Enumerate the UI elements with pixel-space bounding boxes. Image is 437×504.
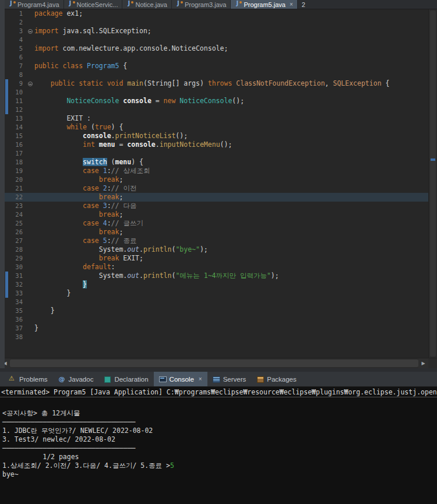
view-tab[interactable]: Problems: [3, 372, 53, 386]
code-token: 5: [103, 237, 107, 245]
hidden-editors-count[interactable]: 2: [302, 1, 305, 8]
view-tab-label: Packages: [267, 376, 297, 383]
editor-tab[interactable]: Notice.java: [122, 0, 171, 9]
editor-tabs: Program4.javaNoticeServic...Notice.javaP…: [5, 0, 298, 9]
line-number: 6: [10, 53, 26, 62]
scrollbar-thumb[interactable]: [10, 360, 418, 367]
horizontal-scrollbar[interactable]: ◀ ▶: [0, 358, 437, 368]
quick-diff-marker: [5, 333, 10, 341]
code-line: 28 System.out.println("bye~");: [5, 245, 428, 254]
quick-diff-marker: [5, 44, 10, 53]
console-line: 1/2 pages: [2, 453, 437, 461]
code-line: 26 break;: [5, 228, 428, 237]
code-token: :: [111, 263, 115, 271]
code-token: "bye~": [175, 245, 200, 253]
code-token: {: [119, 62, 127, 70]
code-text: [34, 315, 428, 324]
view-tab[interactable]: Javadoc: [53, 372, 99, 386]
code-token: [34, 184, 83, 192]
code-line: 29 break EXIT;: [5, 254, 428, 263]
view-tab[interactable]: Servers: [207, 372, 252, 386]
quick-diff-marker: [5, 263, 10, 272]
code-token: case: [83, 202, 99, 210]
fold-column: [26, 97, 34, 105]
scrollbar-corner: [428, 358, 437, 368]
code-token: EXIT;: [119, 254, 143, 262]
line-number: 12: [10, 105, 26, 114]
code-token: ) {: [111, 123, 124, 131]
code-token: [34, 123, 66, 131]
code-token: ex1;: [62, 9, 83, 17]
code-token: main: [127, 79, 143, 87]
code-text: [34, 149, 428, 158]
fold-collapse-icon[interactable]: [28, 82, 33, 86]
code-token: [34, 140, 83, 149]
fold-column: [26, 263, 34, 272]
close-tab-icon[interactable]: ×: [290, 1, 293, 8]
fold-column: [26, 71, 34, 79]
view-tab-label: Console: [170, 376, 194, 383]
editor-tab-label: Program5.java: [244, 0, 286, 9]
code-line: 4: [5, 36, 428, 44]
line-number: 20: [10, 175, 26, 184]
line-number: 15: [10, 132, 26, 140]
view-tab[interactable]: Declaration: [98, 372, 153, 386]
code-token: {: [382, 79, 390, 87]
line-number: 8: [10, 71, 26, 79]
java-file-icon: [9, 1, 15, 8]
fold-column: [26, 88, 34, 97]
code-token: (String[] args): [143, 79, 208, 87]
fold-column: [26, 184, 34, 193]
view-tab[interactable]: Packages: [251, 372, 302, 386]
line-number: 13: [10, 114, 26, 123]
scrollbar-thumb[interactable]: [430, 10, 436, 357]
fold-column: [26, 298, 34, 306]
code-editor[interactable]: 1package ex1;23import java.sql.SQLExcept…: [0, 9, 437, 358]
close-tab-icon[interactable]: ×: [199, 376, 202, 382]
view-tab[interactable]: Console×: [154, 372, 207, 386]
code-text: }: [34, 289, 428, 298]
code-token: [34, 219, 83, 227]
console-output[interactable]: <공지사항> 총 12게시물──────────────────────────…: [0, 397, 437, 504]
code-text: public class Program5 {: [34, 62, 428, 71]
fold-collapse-icon[interactable]: [28, 29, 33, 34]
overview-ruler-mark[interactable]: [431, 158, 435, 161]
quick-diff-marker: [5, 184, 10, 193]
editor-tab[interactable]: Program5.java×: [231, 0, 297, 9]
code-text: [34, 333, 428, 341]
quick-diff-marker: [5, 272, 10, 280]
java-file-icon: [126, 1, 133, 8]
line-number: 3: [10, 27, 26, 36]
code-text: [34, 71, 428, 79]
editor-tab[interactable]: Program3.java: [172, 0, 231, 9]
code-token: [34, 79, 51, 87]
code-token: Program5: [87, 62, 119, 70]
editor-tab[interactable]: Program4.java: [5, 0, 64, 9]
code-line: 35 }: [5, 306, 428, 315]
code-line: 11 NoticeConsole console = new NoticeCon…: [5, 97, 428, 105]
code-token: [34, 97, 66, 105]
code-token: printNoticeList: [115, 132, 176, 140]
fold-column: [26, 254, 34, 263]
scrollbar-track[interactable]: [10, 358, 418, 368]
code-text: EXIT :: [34, 114, 428, 123]
line-number: 38: [10, 333, 26, 341]
code-token: console: [127, 140, 155, 149]
fold-column: [26, 315, 34, 324]
editor-tab[interactable]: NoticeServic...: [64, 0, 123, 9]
line-number: 35: [10, 306, 26, 315]
fold-column: [26, 193, 34, 202]
code-token: System: [34, 272, 123, 280]
line-number: 16: [10, 140, 26, 149]
vertical-scrollbar[interactable]: [428, 9, 437, 358]
code-token: NoticeConsole: [179, 97, 232, 105]
code-line: 8: [5, 71, 428, 79]
line-number: 21: [10, 184, 26, 193]
quick-diff-marker: [5, 167, 10, 175]
code-token: // 이전: [111, 184, 137, 192]
code-text: break;: [34, 210, 428, 219]
line-number: 24: [10, 210, 26, 219]
code-token: 2: [103, 184, 107, 192]
code-token: case: [83, 184, 99, 192]
scroll-right-arrow-icon[interactable]: ▶: [418, 358, 428, 368]
